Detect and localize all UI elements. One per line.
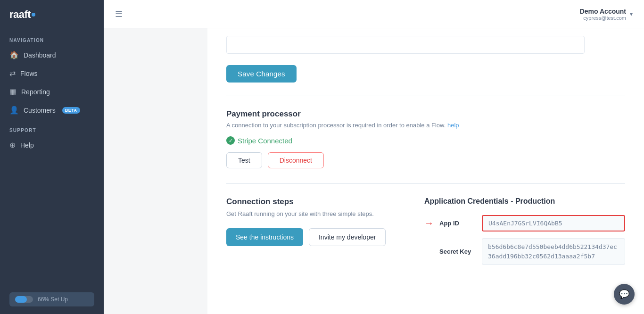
sidebar-item-flows[interactable]: ⇄ Flows <box>0 64 104 83</box>
header: ☰ Demo Account cypress@test.com ▾ <box>104 0 644 28</box>
content-area: Save Changes Payment processor A connect… <box>207 28 644 285</box>
logo-text: raaft <box>9 8 31 21</box>
app-id-row-wrap: → App ID U4sAEnJ7GSrLVI6QAbB5 <box>424 215 625 231</box>
logo-dot <box>32 13 35 17</box>
sidebar-item-dashboard[interactable]: 🏠 Dashboard <box>0 46 104 64</box>
payment-desc-text: A connection to your subscription proces… <box>226 122 446 129</box>
app-id-input[interactable]: U4sAEnJ7GSrLVI6QAbB5 <box>482 215 625 231</box>
navigation-section-label: NAVIGATION <box>0 29 104 46</box>
help-icon: ⊕ <box>9 140 16 149</box>
customers-icon: 👤 <box>9 106 19 115</box>
setup-bar-label: 66% Set Up <box>38 296 68 303</box>
connection-right: Application Credentials - Production → A… <box>424 197 625 272</box>
setup-bar-fill <box>15 296 27 303</box>
home-icon: 🏠 <box>9 50 19 59</box>
connection-steps-title: Connection steps <box>226 197 396 207</box>
sidebar-item-label: Flows <box>20 70 38 77</box>
account-email: cypress@test.com <box>580 15 626 21</box>
support-section-label: SUPPORT <box>0 119 104 136</box>
secret-key-row: Secret Key b56d6b6c8e7d550beeb4dd6b52213… <box>424 238 625 265</box>
connection-buttons: See the instructions Invite my developer <box>226 228 396 246</box>
top-input-field[interactable] <box>226 36 585 54</box>
beta-badge: Beta <box>62 107 80 114</box>
stripe-connected-label: Stripe Connected <box>238 137 292 145</box>
payment-buttons: Test Disconnect <box>226 152 625 168</box>
stripe-connected-status: ✓ Stripe Connected <box>226 136 625 145</box>
chevron-down-icon: ▾ <box>630 11 633 17</box>
save-changes-button[interactable]: Save Changes <box>226 65 297 83</box>
payment-section-title: Payment processor <box>226 109 625 119</box>
app-id-label: App ID <box>439 220 482 227</box>
chat-icon: 💬 <box>619 289 629 299</box>
test-button[interactable]: Test <box>226 152 262 168</box>
account-name: Demo Account <box>580 8 626 15</box>
sidebar-item-label: Customers <box>24 107 56 114</box>
logo: raaft <box>0 0 104 29</box>
hamburger-icon[interactable]: ☰ <box>115 9 123 19</box>
sidebar-item-label: Reporting <box>21 88 50 96</box>
disconnect-button[interactable]: Disconnect <box>268 152 324 168</box>
account-menu[interactable]: Demo Account cypress@test.com ▾ <box>580 8 633 21</box>
setup-bar-track <box>15 296 33 303</box>
connection-section: Connection steps Get Raaft running on yo… <box>226 184 625 285</box>
sidebar-item-help[interactable]: ⊕ Help <box>0 136 104 154</box>
secret-key-label: Secret Key <box>439 248 482 255</box>
credentials-title: Application Credentials - Production <box>424 197 625 206</box>
chat-bubble[interactable]: 💬 <box>614 284 635 305</box>
account-info: Demo Account cypress@test.com <box>580 8 626 21</box>
invite-developer-button[interactable]: Invite my developer <box>309 228 386 246</box>
top-input-area <box>226 28 625 54</box>
payment-help-link[interactable]: help <box>447 122 459 129</box>
arrow-right-icon: → <box>424 218 434 229</box>
secret-key-input[interactable]: b56d6b6c8e7d550beeb4dd6b522134d37ec 36ad… <box>482 238 625 265</box>
payment-section-desc: A connection to your subscription proces… <box>226 122 625 129</box>
payment-section: Payment processor A connection to your s… <box>226 96 625 184</box>
setup-progress: 66% Set Up <box>9 292 94 306</box>
sidebar: raaft NAVIGATION 🏠 Dashboard ⇄ Flows ▦ R… <box>0 0 104 314</box>
connection-steps-desc: Get Raaft running on your site with thre… <box>226 209 396 219</box>
connection-left: Connection steps Get Raaft running on yo… <box>226 197 396 272</box>
reporting-icon: ▦ <box>9 87 17 96</box>
sidebar-item-label: Help <box>20 141 34 149</box>
flows-icon: ⇄ <box>9 69 16 78</box>
check-circle-icon: ✓ <box>226 136 235 145</box>
sidebar-item-label: Dashboard <box>24 51 56 59</box>
save-section: Save Changes <box>226 54 625 96</box>
sidebar-item-customers[interactable]: 👤 Customers Beta <box>0 101 104 119</box>
main-content: Save Changes Payment processor A connect… <box>207 28 644 314</box>
sidebar-footer: 66% Set Up <box>0 285 104 314</box>
see-instructions-button[interactable]: See the instructions <box>226 228 303 246</box>
app-id-row: App ID U4sAEnJ7GSrLVI6QAbB5 <box>439 215 625 231</box>
sidebar-item-reporting[interactable]: ▦ Reporting <box>0 83 104 101</box>
